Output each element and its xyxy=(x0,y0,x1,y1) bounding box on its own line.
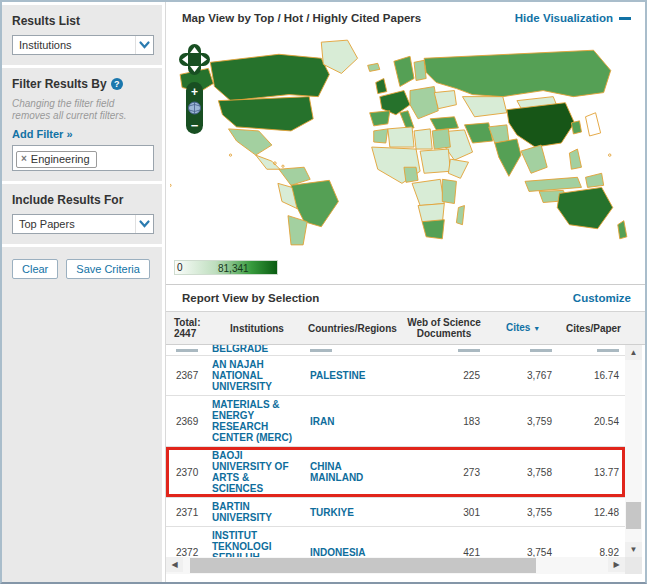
results-list-label: Results List xyxy=(12,14,154,28)
table-row[interactable]: 2367AN NAJAH NATIONAL UNIVERSITYPALESTIN… xyxy=(166,356,625,396)
documents-value: 273 xyxy=(463,467,480,478)
institution-link[interactable]: BELGRADE xyxy=(212,345,268,354)
clipped-text xyxy=(310,349,332,352)
horizontal-scrollbar-row: ◀ ▶ xyxy=(166,557,645,574)
documents-value: 225 xyxy=(463,370,480,381)
filter-note: Changing the filter field removes all cu… xyxy=(12,98,154,122)
table-viewport: BELGRADE 2367AN NAJAH NATIONAL UNIVERSIT… xyxy=(166,345,645,557)
clipped-text xyxy=(458,349,480,352)
report-view-title: Report View by Selection xyxy=(182,292,319,304)
table-body: BELGRADE 2367AN NAJAH NATIONAL UNIVERSIT… xyxy=(166,345,625,557)
cites-per-paper-value: 12.48 xyxy=(594,507,619,518)
cites-value: 3,767 xyxy=(527,370,552,381)
map-view-title: Map View by Top / Hot / Highly Cited Pap… xyxy=(182,12,421,24)
institution-link[interactable]: BAOJI UNIVERSITY OF ARTS & SCIENCES xyxy=(212,450,289,494)
country-link[interactable]: IRAN xyxy=(310,416,334,427)
zoom-control: + − xyxy=(186,82,203,134)
scroll-right-button[interactable]: ▶ xyxy=(608,557,625,572)
filter-panel: Filter Results By? Changing the filter f… xyxy=(2,68,162,181)
scroll-up-button[interactable]: ▲ xyxy=(625,345,642,360)
results-list-panel: Results List Institutions xyxy=(2,5,162,65)
report-header: Report View by Selection Customize xyxy=(166,284,645,311)
horizontal-scrollbar[interactable]: ◀ ▶ xyxy=(166,557,625,574)
zoom-out-button[interactable]: − xyxy=(191,118,199,133)
column-header-countries: Countries/Regions xyxy=(306,323,404,334)
cites-value: 3,754 xyxy=(527,547,552,558)
institution-link[interactable]: INSTITUT TEKNOLOGI SEPULUH NOPEMBER xyxy=(212,530,271,557)
documents-value: 421 xyxy=(463,547,480,558)
filter-label: Filter Results By? xyxy=(12,77,154,91)
main-content: Map View by Top / Hot / Highly Cited Pap… xyxy=(165,2,645,582)
include-results-select[interactable]: Top Papers xyxy=(12,214,154,234)
customize-link[interactable]: Customize xyxy=(573,292,631,304)
map-header: Map View by Top / Hot / Highly Cited Pap… xyxy=(166,2,645,34)
institution-link[interactable]: MATERIALS & ENERGY RESEARCH CENTER (MERC… xyxy=(212,399,292,443)
include-results-selected-value: Top Papers xyxy=(19,218,75,230)
column-header-cites-per-paper[interactable]: Cites/Paper xyxy=(562,323,625,334)
cites-per-paper-value: 20.54 xyxy=(594,416,619,427)
save-criteria-button[interactable]: Save Criteria xyxy=(66,259,150,279)
scroll-left-button[interactable]: ◀ xyxy=(166,557,183,572)
vertical-scroll-thumb[interactable] xyxy=(626,502,641,529)
institution-link[interactable]: AN NAJAH NATIONAL UNIVERSITY xyxy=(212,359,272,392)
map-legend: 0 81,341 xyxy=(166,252,645,284)
filter-tag-engineering[interactable]: × Engineering xyxy=(16,151,97,168)
include-results-panel: Include Results For Top Papers xyxy=(2,184,162,244)
hide-visualization-link[interactable]: Hide Visualization xyxy=(515,12,631,24)
results-list-selected-value: Institutions xyxy=(19,39,72,51)
clipped-text xyxy=(176,349,198,352)
actions-panel: Clear Save Criteria xyxy=(2,247,162,583)
include-results-label: Include Results For xyxy=(12,193,154,207)
chevron-down-icon xyxy=(135,215,153,233)
column-header-documents[interactable]: Web of Science Documents xyxy=(404,317,484,339)
table-row[interactable]: 2369MATERIALS & ENERGY RESEARCH CENTER (… xyxy=(166,396,625,447)
cites-per-paper-value: 13.77 xyxy=(594,467,619,478)
vertical-scrollbar[interactable]: ▲ ▼ xyxy=(625,345,642,557)
horizontal-scroll-track[interactable] xyxy=(183,557,608,574)
column-header-cites[interactable]: Cites ▼ xyxy=(484,322,562,334)
rank-value: 2371 xyxy=(176,507,198,518)
scroll-down-button[interactable]: ▼ xyxy=(625,542,642,557)
legend-max-value: 81,341 xyxy=(218,263,249,274)
country-link[interactable]: PALESTINE xyxy=(310,370,365,381)
clipped-text xyxy=(597,349,619,352)
rank-value: 2367 xyxy=(176,370,198,381)
country-link[interactable]: TURKIYE xyxy=(310,507,354,518)
minimize-icon xyxy=(619,17,631,20)
clear-button[interactable]: Clear xyxy=(12,259,58,279)
remove-filter-icon[interactable]: × xyxy=(21,153,27,164)
table-row-partial[interactable]: BELGRADE xyxy=(166,345,625,356)
table-row[interactable]: 2371BARTIN UNIVERSITYTURKIYE3013,75512.4… xyxy=(166,498,625,527)
help-icon[interactable]: ? xyxy=(111,78,123,90)
cites-per-paper-value: 16.74 xyxy=(594,370,619,381)
vertical-scroll-track[interactable] xyxy=(625,360,642,542)
results-list-select[interactable]: Institutions xyxy=(12,35,154,55)
country-link[interactable]: CHINA MAINLAND xyxy=(310,461,363,483)
zoom-in-button[interactable]: + xyxy=(191,85,198,99)
esi-window: Results List Institutions Filter Results… xyxy=(0,0,647,584)
cites-value: 3,759 xyxy=(527,416,552,427)
institution-link[interactable]: BARTIN UNIVERSITY xyxy=(212,501,272,523)
pan-control xyxy=(179,44,210,75)
world-choropleth-map[interactable] xyxy=(170,34,644,248)
table-row[interactable]: 2372INSTITUT TEKNOLOGI SEPULUH NOPEMBERI… xyxy=(166,527,625,557)
total-count-header: Total: 2447 xyxy=(166,317,208,339)
horizontal-scroll-thumb[interactable] xyxy=(190,558,536,573)
table-row-highlighted[interactable]: 2370BAOJI UNIVERSITY OF ARTS & SCIENCESC… xyxy=(166,447,625,498)
legend-min-value: 0 xyxy=(177,262,183,273)
chevron-down-icon xyxy=(135,36,153,54)
cites-value: 3,755 xyxy=(527,507,552,518)
world-map-region[interactable]: + − xyxy=(166,34,645,252)
cites-value: 3,758 xyxy=(527,467,552,478)
filter-tags-box[interactable]: × Engineering xyxy=(12,145,154,171)
scrollbar-corner xyxy=(625,557,642,574)
column-header-institutions: Institutions xyxy=(208,323,306,334)
rank-value: 2372 xyxy=(176,547,198,558)
country-link[interactable]: INDONESIA xyxy=(310,547,366,558)
rank-value: 2370 xyxy=(176,467,198,478)
add-filter-link[interactable]: Add Filter » xyxy=(12,128,154,140)
clipped-text xyxy=(530,349,552,352)
map-navigation-controls[interactable]: + − xyxy=(176,42,214,142)
rank-value: 2369 xyxy=(176,416,198,427)
sidebar: Results List Institutions Filter Results… xyxy=(2,2,165,582)
